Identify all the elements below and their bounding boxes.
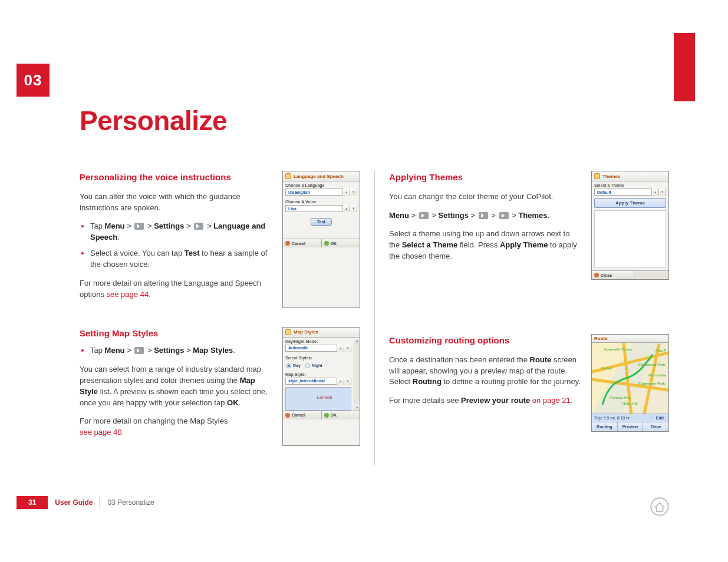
themes-desc: Select a theme using the up and down arr… <box>389 229 581 262</box>
daynight-dropdown[interactable]: Automatic ▴▾ <box>285 345 351 352</box>
screenshot-language-speech: Language and Speech Choose a Language US… <box>282 171 360 308</box>
arrow-up-icon[interactable]: ▴ <box>337 378 344 385</box>
themes-nav: Menu > > Settings > > > Themes. <box>389 210 581 222</box>
route-map-preview: Scannells Corner Ajax P Doden Edgewood P… <box>592 343 668 414</box>
heading-voice: Personalizing the voice instructions <box>80 171 272 184</box>
voice-step-1: Tap Menu > > Settings > > Language and S… <box>90 221 272 243</box>
section-map-styles: Setting Map Styles Tap Menu > > Settings… <box>80 327 360 447</box>
arrow-down-icon[interactable]: ▾ <box>344 345 351 352</box>
ok-button[interactable]: OK <box>322 239 360 247</box>
voice-more: For more detail on altering the Language… <box>80 278 272 300</box>
arrow-up-icon[interactable]: ▴ <box>337 345 344 352</box>
ok-icon <box>324 413 329 418</box>
home-icon[interactable] <box>650 497 669 516</box>
voice-step-2: Select a voice. You can tap Test to hear… <box>90 248 272 270</box>
page-title: Personalize <box>80 105 227 137</box>
mapstyles-more: For more detail on changing the Map Styl… <box>80 416 272 438</box>
voice-dropdown[interactable]: Lisa ▴▾ <box>285 205 357 212</box>
arrow-down-icon[interactable]: ▾ <box>350 189 357 196</box>
scroll-down-icon[interactable]: ▾ <box>354 405 360 411</box>
heading-routing: Customizing routing options <box>389 334 581 347</box>
link-page-40[interactable]: see page 40 <box>80 428 122 437</box>
link-preview-route[interactable]: Preview your route <box>461 396 530 405</box>
close-icon <box>594 273 599 277</box>
arrow-down-icon[interactable]: ▾ <box>344 378 351 385</box>
route-title: Route <box>592 335 668 343</box>
edit-button[interactable]: Edit <box>651 414 668 422</box>
section-routing: Customizing routing options Once a desti… <box>389 334 669 432</box>
routing-more: For more details see Preview your route … <box>389 395 581 406</box>
arrow-down-icon[interactable]: ▾ <box>658 189 666 196</box>
ok-button[interactable]: OK <box>322 411 360 419</box>
chapter-tab-bar <box>674 33 695 101</box>
map-icon <box>285 329 291 335</box>
chevron-icon <box>419 212 429 219</box>
radio-night[interactable]: Night <box>305 363 322 368</box>
arrow-down-icon[interactable]: ▾ <box>350 205 357 212</box>
trip-status: Trip: 5.9 mi, 0:10 hr <box>592 414 651 422</box>
radio-day[interactable]: Day <box>286 363 301 368</box>
chevron-icon <box>479 212 488 219</box>
section-themes: Applying Themes You can change the color… <box>389 171 669 280</box>
globe-icon <box>285 173 291 179</box>
cancel-button[interactable]: Cancel <box>283 239 322 247</box>
chevron-icon <box>499 212 509 219</box>
mapstyles-desc: You can select from a range of industry … <box>80 364 272 408</box>
left-column: Personalizing the voice instructions You… <box>80 171 374 465</box>
screenshot-map-styles: Map Styles Day/Night Mode: Automatic ▴▾ … <box>282 327 360 447</box>
screenshot-route: Route Scannells Corner Ajax P Doden Edge… <box>591 334 669 432</box>
chevron-icon <box>134 347 144 354</box>
palette-icon <box>594 173 600 179</box>
cancel-icon <box>285 241 290 246</box>
page-footer: 31 User Guide 03 Personalize <box>17 496 162 509</box>
close-button[interactable]: Close <box>592 271 634 279</box>
mapstyles-step-1: Tap Menu > > Settings > Map Styles. <box>90 345 272 356</box>
right-column: Applying Themes You can change the color… <box>374 171 669 465</box>
screenshot-themes: Themes Select a Theme Default ▴▾ Apply T… <box>591 171 669 280</box>
scrollbar[interactable]: ▴ ▾ <box>354 338 360 411</box>
test-button[interactable]: Test <box>311 218 332 226</box>
chevron-icon <box>134 223 144 230</box>
routing-desc: Once a destination has been entered the … <box>389 355 581 388</box>
apply-theme-button[interactable]: Apply Theme <box>594 198 666 208</box>
footer-guide: User Guide <box>48 496 100 509</box>
svg-point-0 <box>651 498 668 515</box>
page-number: 31 <box>17 496 48 509</box>
content-columns: Personalizing the voice instructions You… <box>80 171 669 465</box>
theme-dropdown[interactable]: Default ▴▾ <box>594 189 666 196</box>
mapstyle-dropdown[interactable]: style_international ▴▾ <box>285 378 351 385</box>
routing-button[interactable]: Routing <box>592 422 618 431</box>
arrow-up-icon[interactable]: ▴ <box>342 189 350 196</box>
preview-button[interactable]: Preview <box>618 422 644 431</box>
breadcrumb: 03 Personalize <box>100 496 161 509</box>
theme-preview-area <box>594 210 666 268</box>
drive-button[interactable]: Drive <box>643 422 668 431</box>
scroll-up-icon[interactable]: ▴ <box>354 338 360 343</box>
map-preview <box>285 387 351 411</box>
cancel-icon <box>285 413 290 418</box>
arrow-up-icon[interactable]: ▴ <box>342 205 350 212</box>
voice-intro: You can alter the voice with which the g… <box>80 191 272 214</box>
heading-map-styles: Setting Map Styles <box>80 327 272 340</box>
themes-intro: You can change the color theme of your C… <box>389 191 581 203</box>
language-dropdown[interactable]: US English ▴▾ <box>285 189 357 196</box>
chevron-icon <box>194 223 203 230</box>
link-page-44[interactable]: see page 44 <box>107 290 149 299</box>
cancel-button[interactable]: Cancel <box>283 411 322 419</box>
arrow-up-icon[interactable]: ▴ <box>651 189 658 196</box>
section-voice: Personalizing the voice instructions You… <box>80 171 360 308</box>
ok-icon <box>324 241 329 246</box>
heading-themes: Applying Themes <box>389 171 581 184</box>
chapter-number-badge: 03 <box>17 64 50 97</box>
